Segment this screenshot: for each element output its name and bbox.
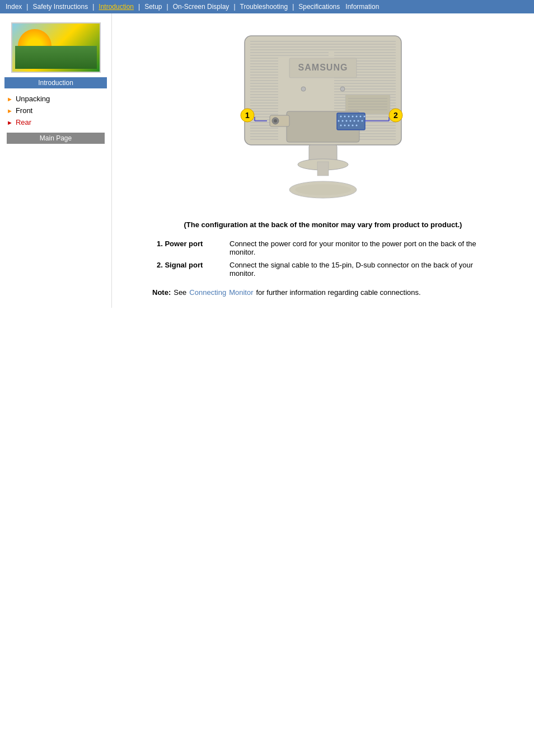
port-name-1: 1. Power port [152, 237, 225, 259]
content-area: SAMSUNG [112, 13, 534, 308]
nav-troubleshooting[interactable]: Troubleshooting [238, 2, 291, 12]
nav-index[interactable]: Index [3, 2, 24, 12]
svg-point-94 [350, 120, 352, 122]
table-row: 1. Power port Connect the power cord for… [152, 237, 494, 259]
svg-point-116 [295, 184, 351, 195]
arrow-icon-active: ► [7, 119, 13, 126]
table-row: 2. Signal port Connect the signal cable … [152, 259, 494, 280]
sidebar-link-unpacking[interactable]: ► Unpacking [0, 93, 111, 105]
navigation-bar: Index | Safety Instructions | Introducti… [0, 0, 534, 13]
nav-setup[interactable]: Setup [142, 2, 164, 12]
svg-point-96 [358, 120, 359, 122]
sidebar-link-front[interactable]: ► Front [0, 105, 111, 116]
note-see: See [174, 288, 186, 297]
port-desc-2: Connect the signal cable to the 15-pin, … [225, 259, 494, 280]
nav-specifications[interactable]: Specifications [296, 2, 342, 12]
svg-point-90 [364, 116, 366, 118]
arrow-icon: ► [7, 107, 13, 114]
monitor-image-container: SAMSUNG [123, 25, 523, 204]
nav-introduction[interactable]: Introduction [96, 2, 136, 12]
description-section: (The configuration at the back of the mo… [141, 215, 505, 302]
nav-safety[interactable]: Safety Instructions [30, 2, 90, 12]
port-table: 1. Power port Connect the power cord for… [152, 237, 494, 280]
main-page-button[interactable]: Main Page [7, 133, 105, 144]
config-note: (The configuration at the back of the mo… [152, 220, 494, 229]
svg-point-86 [348, 116, 350, 118]
svg-text:SAMSUNG: SAMSUNG [298, 63, 348, 72]
port-name-2: 2. Signal port [152, 259, 225, 280]
svg-rect-114 [317, 162, 329, 176]
nav-information[interactable]: Information [343, 2, 381, 12]
svg-point-91 [338, 120, 340, 122]
svg-point-84 [340, 116, 342, 118]
svg-point-72 [340, 87, 345, 91]
svg-point-95 [354, 120, 355, 122]
svg-point-101 [348, 125, 350, 126]
svg-point-85 [344, 116, 346, 118]
sidebar-link-unpacking-label: Unpacking [16, 95, 50, 103]
svg-point-103 [356, 125, 358, 126]
monitor-link[interactable]: Monitor [229, 288, 253, 297]
note-text: for further information regarding cable … [256, 288, 421, 297]
main-layout: Introduction ► Unpacking ► Front ► Rear … [0, 13, 534, 308]
sidebar: Introduction ► Unpacking ► Front ► Rear … [0, 13, 112, 308]
monitor-rear-svg: SAMSUNG [217, 25, 429, 204]
intro-section-label: Introduction [4, 77, 107, 88]
sidebar-link-rear[interactable]: ► Rear [0, 116, 111, 128]
sidebar-link-front-label: Front [16, 106, 32, 115]
note-label: Note: [152, 288, 171, 297]
svg-point-88 [356, 116, 358, 118]
svg-point-100 [344, 125, 346, 126]
svg-text:2: 2 [394, 111, 398, 120]
svg-point-71 [301, 87, 306, 91]
nav-osd[interactable]: On-Screen Display [171, 2, 232, 12]
svg-point-93 [346, 120, 348, 122]
port-desc-1: Connect the power cord for your monitor … [225, 237, 494, 259]
svg-point-102 [352, 125, 354, 126]
connecting-link[interactable]: Connecting [189, 288, 226, 297]
intro-thumbnail [11, 22, 101, 73]
svg-point-89 [360, 116, 362, 118]
svg-point-99 [340, 125, 342, 126]
svg-point-87 [352, 116, 354, 118]
svg-point-82 [274, 119, 277, 123]
sidebar-link-rear-label: Rear [16, 118, 31, 126]
note-section: Note: See Connecting Monitor for further… [152, 288, 494, 297]
svg-point-92 [342, 120, 344, 122]
svg-point-97 [362, 120, 363, 122]
arrow-icon: ► [7, 96, 13, 102]
svg-text:1: 1 [245, 111, 250, 120]
